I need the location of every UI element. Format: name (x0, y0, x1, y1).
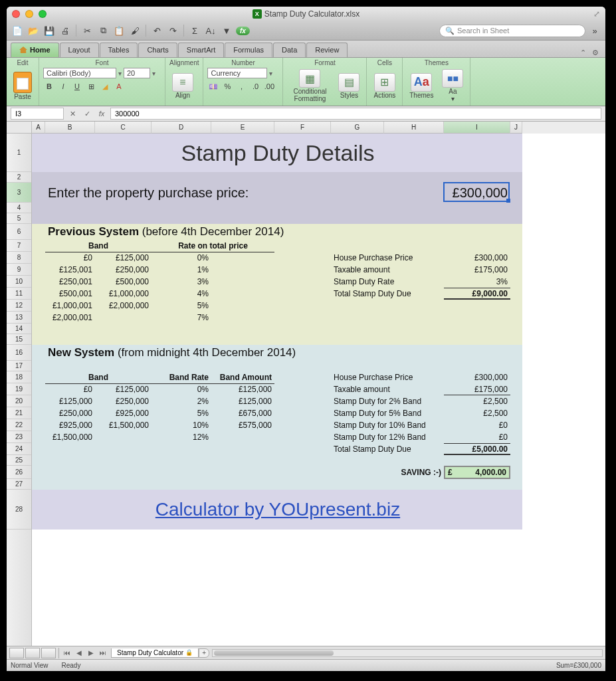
row-header-8[interactable]: 8 (7, 252, 31, 264)
cut-icon[interactable]: ✂ (80, 24, 94, 37)
border-button[interactable]: ⊞ (85, 80, 97, 92)
row-header-10[interactable]: 10 (7, 276, 31, 288)
row-header-5[interactable]: 5 (7, 213, 31, 224)
autosum-icon[interactable]: Σ (188, 24, 201, 37)
last-sheet-icon[interactable]: ⏭ (98, 649, 108, 656)
row-header-22[interactable]: 22 (7, 419, 31, 431)
add-sheet-button[interactable]: + (199, 648, 209, 658)
font-color-button[interactable]: A (113, 80, 125, 92)
row-header-7[interactable]: 7 (7, 240, 31, 252)
select-all-corner[interactable] (7, 122, 32, 134)
scrollbar-thumb[interactable] (214, 650, 334, 656)
settings-icon[interactable]: ⚙ (589, 49, 601, 57)
next-sheet-icon[interactable]: ▶ (86, 649, 96, 656)
col-header-F[interactable]: F (274, 122, 331, 134)
accept-formula-icon[interactable]: ✓ (81, 108, 93, 120)
name-box[interactable]: I3 (11, 108, 64, 120)
open-icon[interactable]: 📂 (27, 24, 40, 37)
row-header-24[interactable]: 24 (7, 443, 31, 455)
more-icon[interactable]: » (588, 24, 601, 37)
increase-decimal-button[interactable]: .00 (263, 80, 275, 92)
align-button[interactable]: ≡ Align (169, 72, 196, 100)
print-icon[interactable]: 🖨 (58, 24, 72, 37)
italic-button[interactable]: I (57, 80, 69, 92)
row-header-23[interactable]: 23 (7, 431, 31, 443)
underline-button[interactable]: U (71, 80, 83, 92)
row-header-25[interactable]: 25 (7, 455, 31, 466)
sheet-tab[interactable]: Stamp Duty Calculator 🔒 (111, 648, 199, 658)
percent-button[interactable]: % (221, 80, 233, 92)
row-header-19[interactable]: 19 (7, 383, 31, 395)
col-header-E[interactable]: E (211, 122, 274, 134)
collapse-ribbon-icon[interactable]: ⌃ (577, 49, 589, 57)
tab-review[interactable]: Review (306, 43, 348, 57)
col-header-A[interactable]: A (32, 122, 45, 134)
styles-button[interactable]: ▤ Styles (336, 72, 362, 100)
row-header-20[interactable]: 20 (7, 395, 31, 407)
fx-icon[interactable]: fx (96, 108, 108, 120)
filter-icon[interactable]: ▼ (220, 24, 233, 37)
tab-home[interactable]: Home (11, 43, 59, 57)
row-header-1[interactable]: 1 (7, 134, 31, 172)
themes-button[interactable]: Aa Themes (407, 72, 436, 100)
actions-button[interactable]: ⊞ Actions (371, 72, 398, 100)
zoom-icon[interactable] (39, 10, 47, 18)
footer-link[interactable]: Calculator by YOUpresent.biz (45, 490, 510, 530)
fx-pill-icon[interactable]: fx (236, 27, 250, 35)
paste-icon[interactable]: 📋 (112, 24, 126, 37)
number-format-select[interactable]: Currency (207, 68, 267, 78)
theme-fonts-button[interactable]: ■■ Aa▾ (439, 68, 466, 104)
row-header-27[interactable]: 27 (7, 479, 31, 490)
row-header-21[interactable]: 21 (7, 407, 31, 419)
col-header-B[interactable]: B (45, 122, 95, 134)
tab-formulas[interactable]: Formulas (225, 43, 272, 57)
row-header-14[interactable]: 14 (7, 324, 31, 334)
row-header-26[interactable]: 26 (7, 466, 31, 479)
row-header-16[interactable]: 16 (7, 345, 31, 361)
decrease-decimal-button[interactable]: .0 (249, 80, 261, 92)
row-header-12[interactable]: 12 (7, 300, 31, 312)
spreadsheet-grid[interactable]: 1234567891011121314151617181920212223242… (7, 134, 605, 646)
row-header-17[interactable]: 17 (7, 361, 31, 371)
tab-smartart[interactable]: SmartArt (178, 43, 224, 57)
undo-icon[interactable]: ↶ (150, 24, 163, 37)
normal-view-button[interactable] (9, 648, 24, 658)
currency-button[interactable]: 💷 (207, 80, 219, 92)
fill-color-button[interactable]: ◢ (99, 80, 111, 92)
row-header-13[interactable]: 13 (7, 312, 31, 324)
row-header-3[interactable]: 3 (7, 183, 31, 203)
comma-button[interactable]: , (235, 80, 247, 92)
bold-button[interactable]: B (43, 80, 55, 92)
prev-sheet-icon[interactable]: ◀ (74, 649, 84, 656)
tab-layout[interactable]: Layout (60, 43, 99, 57)
tab-charts[interactable]: Charts (138, 43, 177, 57)
save-icon[interactable]: 💾 (43, 24, 56, 37)
paste-button[interactable]: Paste (11, 70, 35, 102)
row-header-4[interactable]: 4 (7, 203, 31, 213)
row-header-6[interactable]: 6 (7, 224, 31, 240)
row-header-28[interactable]: 28 (7, 490, 31, 530)
col-header-D[interactable]: D (152, 122, 211, 134)
horizontal-scrollbar[interactable] (212, 649, 603, 657)
minimize-icon[interactable] (25, 10, 33, 18)
col-header-J[interactable]: J (510, 122, 522, 134)
font-name-select[interactable]: Calibri (Body) (43, 68, 116, 78)
format-painter-icon[interactable]: 🖌 (128, 24, 142, 37)
new-icon[interactable]: 📄 (11, 24, 24, 37)
redo-icon[interactable]: ↷ (166, 24, 179, 37)
search-input[interactable]: 🔍 Search in Sheet (439, 25, 585, 37)
page-break-view-button[interactable] (41, 648, 56, 658)
page-layout-view-button[interactable] (25, 648, 40, 658)
col-header-H[interactable]: H (384, 122, 444, 134)
tab-data[interactable]: Data (273, 43, 306, 57)
row-header-9[interactable]: 9 (7, 264, 31, 276)
first-sheet-icon[interactable]: ⏮ (62, 649, 72, 656)
row-header-18[interactable]: 18 (7, 371, 31, 383)
copy-icon[interactable]: ⧉ (96, 24, 110, 37)
tab-tables[interactable]: Tables (100, 43, 138, 57)
conditional-formatting-button[interactable]: ▦ Conditional Formatting (287, 68, 332, 104)
expand-icon[interactable]: ⤢ (593, 9, 600, 19)
formula-input[interactable]: 300000 (110, 108, 601, 120)
row-header-2[interactable]: 2 (7, 172, 31, 183)
close-icon[interactable] (12, 10, 20, 18)
